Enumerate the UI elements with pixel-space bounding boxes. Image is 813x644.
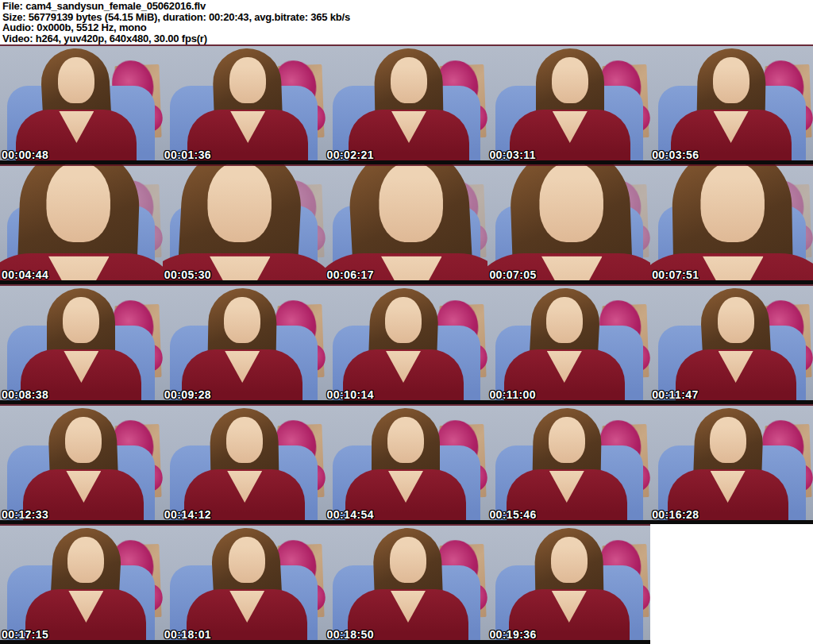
thumbnail-timestamp: 00:07:51 [652,268,699,281]
person-figure [5,524,163,644]
video-thumbnail[interactable]: SPIC 00:11:00 [487,284,650,404]
thumbnail-image: SPIC [163,164,326,284]
thumbnail-timestamp: 00:14:54 [327,508,374,521]
thumbnail-timestamp: 00:18:50 [327,628,374,641]
thumbnail-timestamp: 00:03:56 [652,148,699,161]
person-figure [0,44,158,164]
video-thumbnail[interactable]: SPIC 00:07:05 [487,164,650,284]
video-thumbnail[interactable]: SPIC 00:18:50 [326,524,488,644]
thumbnail-image: SPIC [650,284,813,404]
face-shape [224,297,260,343]
person-figure [650,164,813,284]
person-figure [0,284,163,404]
person-figure [487,404,648,524]
frame-top-line [326,404,488,406]
person-figure [488,44,650,164]
face-shape [65,417,102,463]
frame-top-line [163,284,326,286]
face-shape [546,297,583,343]
frame-top-line [650,284,813,286]
frame-top-line [326,164,488,166]
thumbnail-timestamp: 00:11:00 [489,388,535,401]
person-figure [2,404,163,524]
thumbnail-timestamp: 00:10:14 [327,388,374,401]
thumbnail-timestamp: 00:02:21 [327,148,374,161]
video-thumbnail[interactable]: SPIC 00:10:14 [326,284,488,404]
thumbnail-image: SPIC [326,164,488,284]
thumbnail-timestamp: 00:17:15 [2,628,48,641]
thumbnail-timestamp: 00:06:17 [327,268,374,281]
face-shape [390,537,426,583]
thumbnail-timestamp: 00:04:44 [2,268,48,281]
thumbnail-image: SPIC [0,164,163,284]
face-shape [47,164,111,242]
person-figure [650,404,809,524]
face-shape [67,537,104,583]
video-thumbnail[interactable]: SPIC 00:17:15 [0,524,163,644]
video-thumbnail[interactable]: SPIC 00:07:51 [650,164,813,284]
person-figure [487,164,650,284]
thumbnail-image: SPIC [487,44,650,164]
thumbnail-timestamp: 00:11:47 [652,388,698,401]
face-shape [385,297,422,343]
video-thumbnail[interactable]: SPIC 00:16:28 [650,404,813,524]
thumbnail-image: SPIC [487,284,650,404]
video-thumbnail[interactable]: SPIC 00:02:21 [326,44,488,164]
thumbnail-timestamp: 00:03:11 [489,148,535,161]
video-thumbnail[interactable]: SPIC 00:04:44 [0,164,163,284]
person-figure [328,44,488,164]
video-thumbnail[interactable]: SPIC 00:01:36 [163,44,326,164]
thumbnail-image: SPIC [0,524,163,644]
thumbnail-timestamp: 00:07:05 [489,268,536,281]
face-shape [541,164,605,242]
thumbnail-timestamp: 00:12:33 [2,508,48,521]
video-info-line: Video: h264, yuv420p, 640x480, 30.00 fps… [2,33,813,44]
video-thumbnail[interactable]: SPIC 00:12:33 [0,404,163,524]
video-thumbnail[interactable]: SPIC 00:19:36 [487,524,650,644]
person-figure [487,284,645,404]
video-thumbnail[interactable]: SPIC 00:06:17 [326,164,488,284]
person-figure [650,44,812,164]
thumbnail-timestamp: 00:09:28 [164,388,211,401]
person-figure [167,44,326,164]
thumbnail-timestamp: 00:05:30 [164,268,211,281]
thumbnail-grid: SPIC 00:00:48 SPIC [0,44,813,644]
video-thumbnail[interactable]: SPIC 00:14:12 [163,404,326,524]
thumbnail-image: SPIC [326,284,488,404]
frame-top-line [487,164,650,166]
thumbnail-image: SPIC [487,164,650,284]
thumbnail-image: SPIC [0,404,163,524]
person-figure [326,284,485,404]
frame-top-line [326,44,488,46]
file-name-line: File: cam4_sandysun_female_05062016.flv [2,1,813,12]
person-figure [166,524,326,644]
thumbnail-timestamp: 00:08:38 [2,388,48,401]
frame-top-line [0,44,163,46]
video-thumbnail[interactable]: SPIC 00:03:56 [650,44,813,164]
frame-top-line [163,44,326,46]
video-thumbnail[interactable]: SPIC 00:08:38 [0,284,163,404]
face-shape [701,164,765,242]
face-shape [58,57,94,103]
thumbnail-image: SPIC [326,404,488,524]
video-thumbnail[interactable]: SPIC 00:15:46 [487,404,650,524]
video-thumbnail[interactable]: SPIC 00:14:54 [326,404,488,524]
face-shape [63,297,99,343]
face-shape [713,57,749,103]
video-thumbnail[interactable]: SPIC 00:00:48 [0,44,163,164]
frame-top-line [487,284,650,286]
video-thumbnail[interactable]: SPIC 00:18:01 [163,524,326,644]
video-thumbnail[interactable]: SPIC 00:11:47 [650,284,813,404]
frame-top-line [0,404,163,406]
frame-top-line [0,284,163,286]
frame-top-line [163,164,326,166]
frame-top-line [0,164,163,166]
video-thumbnail[interactable]: SPIC 00:03:11 [487,44,650,164]
face-shape [229,537,265,583]
thumbnail-image: SPIC [650,44,813,164]
video-thumbnail[interactable]: SPIC 00:09:28 [163,284,326,404]
person-figure [654,284,813,404]
face-shape [552,57,588,103]
frame-top-line [163,404,326,406]
video-thumbnail[interactable]: SPIC 00:05:30 [163,164,326,284]
